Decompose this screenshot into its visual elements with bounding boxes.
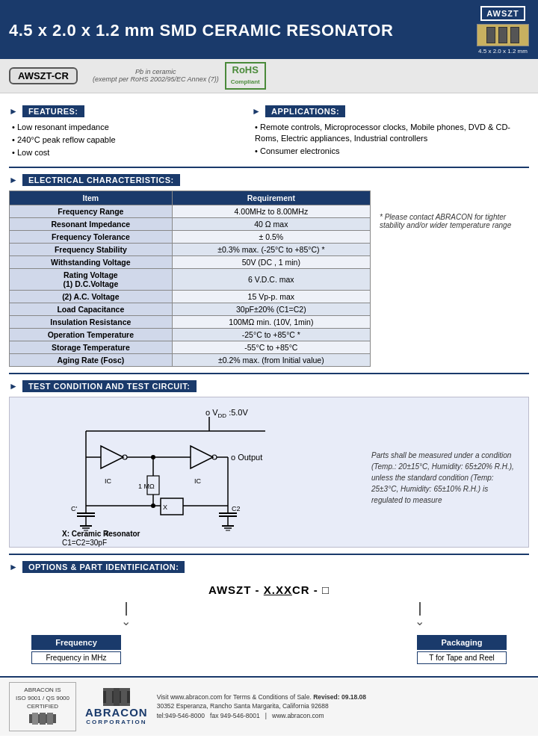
options-section: ► OPTIONS & PART IDENTIFICATION: AWSZT -… (9, 561, 529, 664)
elec-item-cell: Resonant Impedance (10, 217, 173, 230)
iso-text: ABRACON IS ISO 9001 / QS 9000 CERTIFIED (14, 686, 71, 711)
elec-item-cell: Insulation Resistance (10, 315, 173, 328)
test-arrow-icon: ► (9, 381, 18, 391)
applications-column: ► APPLICATIONS: Remote controls, Micropr… (252, 99, 529, 161)
iso-certification: ABRACON IS ISO 9001 / QS 9000 CERTIFIED (9, 682, 76, 731)
part-suffix: CR - □ (292, 583, 330, 596)
rohs-badge-wrap: RoHS Compliant (225, 62, 266, 90)
elec-item-cell: Withstanding Voltage (10, 255, 173, 268)
right-arrow-icon: ⌄ (415, 616, 424, 628)
electrical-table: Item Requirement Frequency Range4.00MHz … (9, 190, 371, 367)
application-item-2: Consumer electronics (255, 146, 529, 157)
svg-rect-44 (32, 713, 38, 725)
divider-3 (9, 554, 529, 555)
part-id-area: AWSZT - X.XXCR - □ (9, 577, 529, 602)
elec-req-cell: 40 Ω max (172, 217, 370, 230)
test-inner: o VDD :5.0V IC IC (9, 397, 529, 548)
footer-address: 30352 Esperanza, Rancho Santa Margarita,… (157, 701, 529, 711)
abracon-small-logo-icon (29, 713, 56, 725)
table-row: Storage Temperature-55°C to +85°C (10, 341, 371, 353)
svg-rect-48 (106, 688, 112, 706)
table-row: Frequency Tolerance± 0.5% (10, 230, 371, 243)
table-row: Withstanding Voltage50V (DC , 1 min) (10, 255, 371, 268)
header: 4.5 x 2.0 x 1.2 mm SMD CERAMIC RESONATOR… (0, 0, 538, 59)
res-bar-3 (510, 27, 519, 43)
elec-item-cell: (2) A.C. Voltage (10, 290, 173, 303)
svg-rect-45 (40, 713, 46, 725)
svg-marker-5 (191, 446, 213, 468)
elec-item-cell: Operation Temperature (10, 328, 173, 341)
awszt-badge: AWSZT (480, 6, 525, 21)
svg-text:C2: C2 (232, 505, 241, 512)
elec-req-cell: ±0.2% max. (from Initial value) (172, 353, 370, 366)
res-bar-2 (498, 27, 507, 43)
elec-item-cell: Frequency Stability (10, 243, 173, 255)
left-arrow-wrap: ⌄ (121, 602, 131, 628)
features-column: ► FEATURES: Low resonant impedance 240°C… (9, 99, 240, 161)
features-title: FEATURES: (22, 105, 84, 117)
elec-req-cell: ±0.3% max. (-25°C to +85°C) * (172, 243, 370, 255)
elec-req-cell: 6 V.D.C. max (172, 268, 370, 290)
footer-contact: Visit www.abracon.com for Terms & Condit… (157, 693, 529, 721)
test-header: ► TEST CONDITION AND TEST CIRCUIT: (9, 380, 529, 392)
table-row: Rating Voltage (1) D.C.Voltage6 V.D.C. m… (10, 268, 371, 290)
electrical-note: * Please contact ABRACON for tighter sta… (380, 190, 529, 367)
packaging-label: Packaging (417, 635, 507, 650)
table-row: Insulation Resistance100MΩ min. (10V, 1m… (10, 315, 371, 328)
electrical-header: ► ELECTRICAL CHARACTERISTICS: (9, 174, 529, 186)
elec-req-cell: 4.00MHz to 8.00MHz (172, 205, 370, 217)
left-arrow-icon: ⌄ (121, 616, 131, 628)
part-prefix: AWSZT - (208, 583, 264, 596)
applications-header: ► APPLICATIONS: (252, 105, 529, 117)
frequency-desc: Frequency in MHz (31, 651, 121, 664)
options-labels-row: Frequency Frequency in MHz Packaging T f… (9, 635, 529, 664)
resonator-bars (486, 27, 519, 43)
feature-item-2: 240°C peak reflow capable (12, 134, 240, 146)
svg-text:o VDD :5.0V: o VDD :5.0V (205, 408, 248, 419)
part-number: AWSZT-CR (9, 67, 78, 84)
elec-req-cell: -55°C to +85°C (172, 341, 370, 353)
res-bar-1 (486, 27, 495, 43)
col-item: Item (10, 190, 173, 205)
table-row: Frequency Stability±0.3% max. (-25°C to … (10, 243, 371, 255)
elec-req-cell: ± 0.5% (172, 230, 370, 243)
table-row: Resonant Impedance40 Ω max (10, 217, 371, 230)
arrows-area: ⌄ ⌄ (9, 602, 529, 632)
frequency-label: Frequency (31, 635, 121, 650)
rohs-badge: RoHS Compliant (225, 62, 266, 90)
revised-date: Revised: 09.18.08 (313, 693, 366, 701)
elec-item-cell: Rating Voltage (1) D.C.Voltage (10, 268, 173, 290)
elec-req-cell: 30pF±20% (C1=C2) (172, 303, 370, 315)
table-row: Operation Temperature-25°C to +85°C * (10, 328, 371, 341)
abracon-logo-icon (103, 688, 130, 706)
svg-text:1 MΩ: 1 MΩ (138, 483, 155, 490)
elec-item-cell: Load Capacitance (10, 303, 173, 315)
resonator-label: X: Ceramic Resonator (62, 530, 140, 538)
electrical-section: ► ELECTRICAL CHARACTERISTICS: Item Requi… (9, 174, 529, 367)
main-content: ► FEATURES: Low resonant impedance 240°C… (0, 93, 538, 676)
options-header: ► OPTIONS & PART IDENTIFICATION: (9, 561, 529, 573)
features-applications-row: ► FEATURES: Low resonant impedance 240°C… (9, 99, 529, 161)
c-label: C1=C2=30pF (62, 539, 107, 547)
divider-2 (9, 373, 529, 374)
options-arrow-icon: ► (9, 562, 18, 572)
table-row: (2) A.C. Voltage15 Vp-p. max (10, 290, 371, 303)
application-item-1: Remote controls, Microprocessor clocks, … (255, 122, 529, 145)
svg-rect-49 (114, 688, 120, 706)
header-badge-area: AWSZT 4.5 x 2.0 x 1.2 mm (477, 6, 529, 55)
svg-text:X: X (163, 504, 167, 511)
elec-req-cell: 15 Vp-p. max (172, 290, 370, 303)
svg-text:IC: IC (105, 477, 112, 485)
company-name: ABRACON (85, 706, 148, 719)
table-row: Aging Rate (Fosc)±0.2% max. (from Initia… (10, 353, 371, 366)
rohs-area: Pb in ceramic (exempt per RoHS 2002/95/E… (93, 62, 266, 90)
divider-1 (9, 167, 529, 168)
svg-marker-3 (101, 446, 123, 468)
sub-header: AWSZT-CR Pb in ceramic (exempt per RoHS … (0, 59, 538, 93)
left-arrow-line (126, 602, 127, 616)
electrical-arrow-icon: ► (9, 175, 18, 185)
company-sub: CORPORATION (86, 719, 146, 725)
pb-text: Pb in ceramic (93, 68, 219, 75)
pb-info: Pb in ceramic (exempt per RoHS 2002/95/E… (93, 68, 219, 83)
svg-text:C': C' (71, 505, 77, 512)
